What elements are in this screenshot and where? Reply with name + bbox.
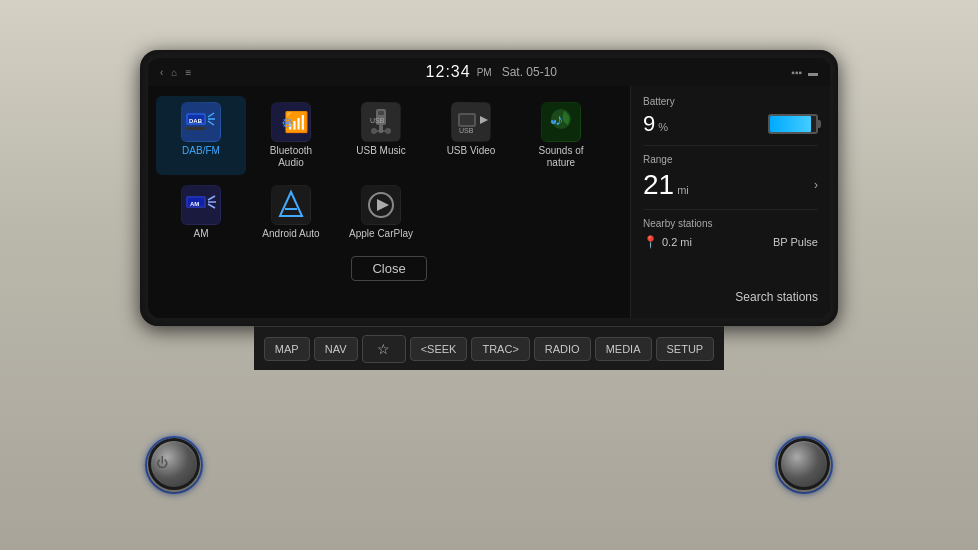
dab-fm-label: DAB/FM <box>182 145 220 157</box>
battery-bar <box>768 114 818 134</box>
usb-video-label: USB Video <box>447 145 496 157</box>
status-right: ▪▪▪ ▬ <box>791 67 818 78</box>
nearby-section: Nearby stations 📍 0.2 mi BP Pulse <box>643 218 818 257</box>
svg-text:USB: USB <box>370 117 385 124</box>
nav-button[interactable]: NAV <box>314 337 358 361</box>
battery-fill <box>770 116 811 132</box>
range-arrow-icon: › <box>814 178 818 192</box>
status-center: 12:34 PM Sat. 05-10 <box>426 63 557 81</box>
battery-status-icon: ▬ <box>808 67 818 78</box>
battery-label: Battery <box>643 96 818 107</box>
android-label: Android Auto <box>262 228 319 240</box>
media-item-carplay[interactable]: Apple CarPlay <box>336 179 426 246</box>
right-knob[interactable] <box>778 438 830 490</box>
media-row-2: AM AM <box>156 179 622 246</box>
time-ampm: PM <box>477 67 492 78</box>
map-button[interactable]: MAP <box>264 337 310 361</box>
station-distance-value: 0.2 mi <box>662 236 692 248</box>
svg-rect-13 <box>378 111 384 115</box>
media-item-android[interactable]: Android Auto <box>246 179 336 246</box>
range-label: Range <box>643 154 818 165</box>
svg-text:AM: AM <box>190 201 199 207</box>
signal-icon: ▪▪▪ <box>791 67 802 78</box>
battery-section: Battery 9 % <box>643 96 818 146</box>
seek-back-button[interactable]: <SEEK <box>410 337 468 361</box>
station-name: BP Pulse <box>773 236 818 248</box>
media-item-usb-video[interactable]: USB USB Video <box>426 96 516 175</box>
close-btn-area: Close <box>156 250 622 287</box>
status-bar: ‹ ⌂ ≡ 12:34 PM Sat. 05-10 ▪▪▪ ▬ <box>148 58 830 86</box>
status-left: ‹ ⌂ ≡ <box>160 67 191 78</box>
fav-button[interactable]: ☆ <box>362 335 406 363</box>
time-display: 12:34 <box>426 63 471 81</box>
am-label: AM <box>194 228 209 240</box>
media-button[interactable]: MEDIA <box>595 337 652 361</box>
svg-rect-23 <box>460 115 474 125</box>
svg-text:⎈: ⎈ <box>282 112 293 132</box>
media-item-bluetooth[interactable]: 📶 ⎈ BluetoothAudio <box>246 96 336 175</box>
carplay-label: Apple CarPlay <box>349 228 413 240</box>
close-button[interactable]: Close <box>351 256 426 281</box>
bluetooth-icon: 📶 ⎈ <box>271 102 311 142</box>
search-stations-button[interactable]: Search stations <box>735 290 818 304</box>
range-value: 21 <box>643 169 674 201</box>
svg-text:DAB: DAB <box>189 118 203 124</box>
battery-value: 9 <box>643 111 655 137</box>
info-panel: Battery 9 % <box>630 86 830 318</box>
station-pin-icon: 📍 <box>643 235 658 249</box>
media-item-sounds[interactable]: ♪ Sounds ofnature <box>516 96 606 175</box>
media-row-1: DAB DAB/FM <box>156 96 622 175</box>
head-unit: ‹ ⌂ ≡ 12:34 PM Sat. 05-10 ▪▪▪ ▬ <box>140 50 838 370</box>
media-item-usb-music[interactable]: USB USB Music <box>336 96 426 175</box>
android-icon <box>271 185 311 225</box>
svg-text:♪: ♪ <box>555 111 563 128</box>
range-unit: mi <box>677 184 689 196</box>
sounds-label: Sounds ofnature <box>538 145 583 169</box>
usb-music-label: USB Music <box>356 145 405 157</box>
svg-text:USB: USB <box>459 127 474 134</box>
nearby-station-row: 📍 0.2 mi BP Pulse <box>643 235 818 249</box>
radio-button[interactable]: RADIO <box>534 337 591 361</box>
battery-value-row: 9 % <box>643 111 818 137</box>
range-row: 21 mi › <box>643 169 818 201</box>
media-item-am[interactable]: AM AM <box>156 179 246 246</box>
search-btn-area: Search stations <box>643 265 818 308</box>
dashboard: ⏻ ‹ ⌂ ≡ 12:34 PM Sat. 05-10 <box>0 0 978 550</box>
track-fwd-button[interactable]: TRAC> <box>471 337 529 361</box>
back-icon[interactable]: ‹ <box>160 67 163 78</box>
station-distance: 📍 0.2 mi <box>643 235 692 249</box>
home-icon[interactable]: ⌂ <box>171 67 177 78</box>
am-icon: AM <box>181 185 221 225</box>
usb-music-icon: USB <box>361 102 401 142</box>
main-content: DAB DAB/FM <box>148 86 830 318</box>
svg-rect-14 <box>379 125 383 133</box>
sounds-icon: ♪ <box>541 102 581 142</box>
screen: ‹ ⌂ ≡ 12:34 PM Sat. 05-10 ▪▪▪ ▬ <box>148 58 830 318</box>
media-panel: DAB DAB/FM <box>148 86 630 318</box>
usb-video-icon: USB <box>451 102 491 142</box>
bluetooth-label: BluetoothAudio <box>270 145 312 169</box>
media-item-dab-fm[interactable]: DAB DAB/FM <box>156 96 246 175</box>
battery-unit: % <box>658 121 668 133</box>
carplay-icon <box>361 185 401 225</box>
screen-bezel: ‹ ⌂ ≡ 12:34 PM Sat. 05-10 ▪▪▪ ▬ <box>140 50 838 326</box>
power-icon: ⏻ <box>156 456 168 470</box>
control-bar: MAP NAV ☆ <SEEK TRAC> RADIO MEDIA SETUP <box>254 326 724 370</box>
dab-fm-icon: DAB <box>181 102 221 142</box>
date-display: Sat. 05-10 <box>502 65 557 79</box>
menu-icon[interactable]: ≡ <box>185 67 191 78</box>
range-section: Range 21 mi › <box>643 154 818 210</box>
svg-rect-7 <box>186 127 206 130</box>
setup-button[interactable]: SETUP <box>656 337 715 361</box>
nearby-label: Nearby stations <box>643 218 818 229</box>
